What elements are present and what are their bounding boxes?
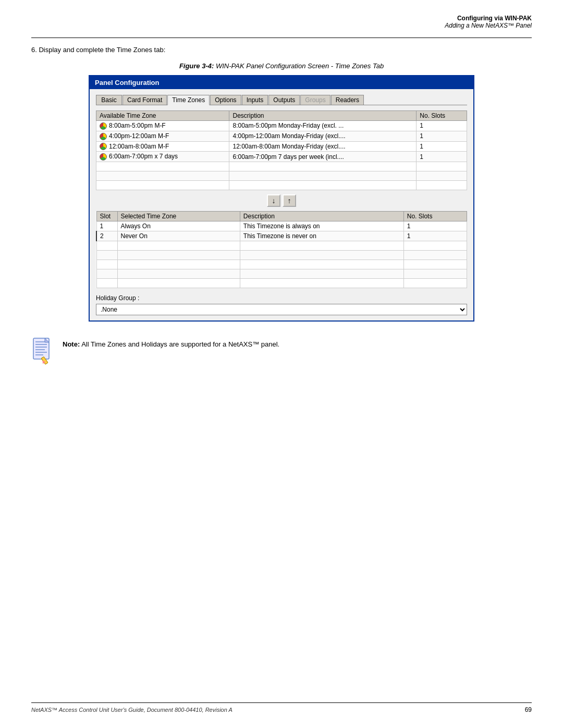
header-title: Configuring via WIN-PAK: [445, 15, 532, 22]
tab-inputs[interactable]: Inputs: [242, 95, 268, 105]
footer-page-number: 69: [525, 706, 532, 713]
svg-rect-6: [35, 354, 43, 355]
tab-options[interactable]: Options: [210, 95, 241, 105]
table-row[interactable]: 8:00am-5:00pm M-F 8:00am-5:00pm Monday-F…: [96, 121, 467, 131]
empty-row: [96, 162, 467, 171]
empty-row: [96, 269, 467, 279]
col-slot: Slot: [96, 212, 117, 221]
note-document-icon: [31, 337, 54, 365]
note-body: All Time Zones and Holidays are supporte…: [81, 340, 279, 348]
header-rule: [31, 38, 532, 38]
tab-outputs[interactable]: Outputs: [268, 95, 300, 105]
tz-slots-3: 1: [417, 141, 467, 152]
step-description: Display and complete the Time Zones tab:: [39, 46, 165, 54]
svg-rect-3: [35, 347, 47, 348]
col-selected-slots: No. Slots: [403, 212, 467, 221]
col-available-tz: Available Time Zone: [96, 111, 229, 121]
tz-desc-3: 12:00am-8:00am Monday-Friday (excl....: [229, 141, 417, 152]
panel-config-dialog: Panel Configuration Basic Card Format Ti…: [89, 75, 474, 322]
table-row[interactable]: 6:00am-7:00pm x 7 days 6:00am-7:00pm 7 d…: [96, 152, 467, 162]
col-selected-tz: Selected Time Zone: [117, 212, 240, 221]
tab-card-format[interactable]: Card Format: [123, 95, 167, 105]
move-down-button[interactable]: ↓: [267, 194, 280, 207]
note-text: Note: All Time Zones and Holidays are su…: [63, 337, 279, 348]
col-description: Description: [229, 111, 417, 121]
arrow-buttons: ↓ ↑: [96, 194, 467, 207]
table-row[interactable]: 2 Never On This Timezone is never on 1: [96, 231, 467, 241]
table-row[interactable]: 12:00am-8:00am M-F 12:00am-8:00am Monday…: [96, 141, 467, 152]
tab-groups: Groups: [300, 95, 330, 105]
sel-desc-2: This Timezone is never on: [240, 231, 403, 241]
empty-row: [96, 251, 467, 260]
tab-time-zones[interactable]: Time Zones: [167, 95, 210, 105]
dialog-titlebar: Panel Configuration: [90, 76, 473, 89]
sel-slots-1: 1: [403, 221, 467, 231]
selected-time-zone-table: Slot Selected Time Zone Description No. …: [96, 211, 467, 288]
tz-slots-1: 1: [417, 121, 467, 131]
tab-readers[interactable]: Readers: [331, 95, 364, 105]
page-footer: NetAXS™ Access Control Unit User's Guide…: [31, 702, 532, 713]
tz-name-3: 12:00am-8:00am M-F: [96, 141, 229, 152]
note-section: Note: All Time Zones and Holidays are su…: [31, 337, 532, 365]
col-no-slots: No. Slots: [417, 111, 467, 121]
step-text: 6. Display and complete the Time Zones t…: [31, 46, 532, 54]
tab-basic[interactable]: Basic: [96, 95, 122, 105]
figure-title: WIN-PAK Panel Configuration Screen - Tim…: [216, 62, 384, 70]
move-up-button[interactable]: ↑: [283, 194, 296, 207]
sel-slot-1: 1: [96, 221, 117, 231]
svg-rect-5: [35, 352, 47, 353]
tz-name-1: 8:00am-5:00pm M-F: [96, 121, 229, 131]
dialog-body: Basic Card Format Time Zones Options Inp…: [90, 89, 473, 320]
note-icon: [31, 337, 54, 365]
sel-name-1: Always On: [117, 221, 240, 231]
tz-icon: [100, 133, 107, 140]
empty-row: [96, 241, 467, 251]
tz-name-4: 6:00am-7:00pm x 7 days: [96, 152, 229, 162]
tz-desc-4: 6:00am-7:00pm 7 days per week (incl....: [229, 152, 417, 162]
holiday-group-select[interactable]: .None: [96, 304, 467, 315]
tz-desc-1: 8:00am-5:00pm Monday-Friday (excl. ...: [229, 121, 417, 131]
header-subtitle: Adding a New NetAXS™ Panel: [445, 22, 532, 29]
table-row[interactable]: 4:00pm-12:00am M-F 4:00pm-12:00am Monday…: [96, 131, 467, 141]
tz-slots-2: 1: [417, 131, 467, 141]
tz-name-2: 4:00pm-12:00am M-F: [96, 131, 229, 141]
table-row[interactable]: 1 Always On This Timezone is always on 1: [96, 221, 467, 231]
sel-desc-1: This Timezone is always on: [240, 221, 403, 231]
holiday-group: Holiday Group : .None: [96, 294, 467, 315]
svg-rect-2: [35, 344, 47, 345]
sel-slots-2: 1: [403, 231, 467, 241]
sel-name-2: Never On: [117, 231, 240, 241]
empty-row: [96, 171, 467, 181]
tz-icon: [100, 153, 107, 161]
svg-rect-4: [35, 349, 45, 350]
empty-row: [96, 279, 467, 288]
tz-slots-4: 1: [417, 152, 467, 162]
holiday-group-label: Holiday Group :: [96, 294, 467, 302]
empty-row: [96, 181, 467, 190]
figure-caption: Figure 3-4: WIN-PAK Panel Configuration …: [31, 62, 532, 70]
step-number: 6.: [31, 46, 37, 54]
figure-label: Figure 3-4:: [179, 62, 214, 70]
tabs-row: Basic Card Format Time Zones Options Inp…: [96, 94, 467, 105]
holiday-select-wrap: .None: [96, 304, 467, 315]
tz-desc-2: 4:00pm-12:00am Monday-Friday (excl....: [229, 131, 417, 141]
footer-text: NetAXS™ Access Control Unit User's Guide…: [31, 707, 232, 713]
empty-row: [96, 260, 467, 269]
sel-slot-2: 2: [96, 231, 117, 241]
page-header: Configuring via WIN-PAK Adding a New Net…: [445, 15, 532, 29]
col-selected-desc: Description: [240, 212, 403, 221]
tz-icon: [100, 122, 107, 130]
main-content: 6. Display and complete the Time Zones t…: [31, 46, 532, 365]
tz-icon: [100, 143, 107, 150]
available-time-zone-table: Available Time Zone Description No. Slot…: [96, 110, 467, 190]
note-bold: Note:: [63, 340, 80, 348]
